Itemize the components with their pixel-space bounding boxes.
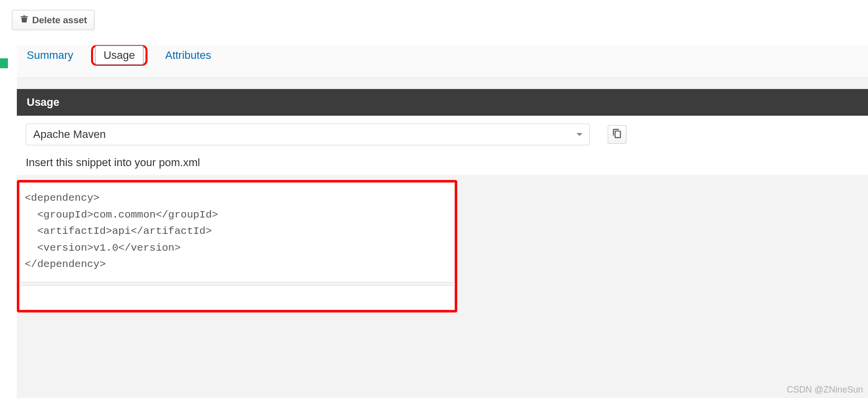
tab-summary[interactable]: Summary — [27, 49, 73, 62]
copy-icon — [612, 129, 622, 140]
panel-header: Usage — [17, 89, 868, 116]
chevron-down-icon — [577, 133, 582, 136]
copy-snippet-button[interactable] — [608, 125, 627, 144]
snippet-box: <dependency> <groupId>com.common</groupI… — [19, 182, 455, 282]
tab-bar: Summary Usage Attributes — [17, 45, 868, 78]
panel-body: Apache Maven Insert this snippet into yo… — [17, 116, 868, 175]
snippet-hint: Insert this snippet into your pom.xml — [26, 156, 859, 169]
delete-asset-button[interactable]: Delete asset — [12, 10, 95, 30]
snippet-code[interactable]: <dependency> <groupId>com.common</groupI… — [25, 190, 449, 273]
build-tool-select[interactable]: Apache Maven — [26, 124, 590, 145]
main-container: Delete asset Summary Usage Attributes Us… — [12, 0, 868, 398]
tab-usage[interactable]: Usage — [95, 45, 144, 65]
panel-title: Usage — [27, 96, 59, 108]
select-row: Apache Maven — [26, 124, 859, 145]
snippet-footer-blank — [19, 285, 455, 310]
content-area: Summary Usage Attributes Usage Apache Ma… — [17, 45, 868, 398]
build-tool-value: Apache Maven — [33, 128, 106, 141]
trash-icon — [19, 14, 29, 26]
left-accent-strip — [0, 58, 8, 68]
annotation-highlight-snippet: <dependency> <groupId>com.common</groupI… — [17, 180, 457, 312]
annotation-highlight-tab: Usage — [91, 45, 147, 66]
tab-attributes[interactable]: Attributes — [165, 49, 211, 62]
watermark-text: CSDN @ZNineSun — [787, 385, 863, 395]
delete-asset-label: Delete asset — [32, 15, 87, 26]
